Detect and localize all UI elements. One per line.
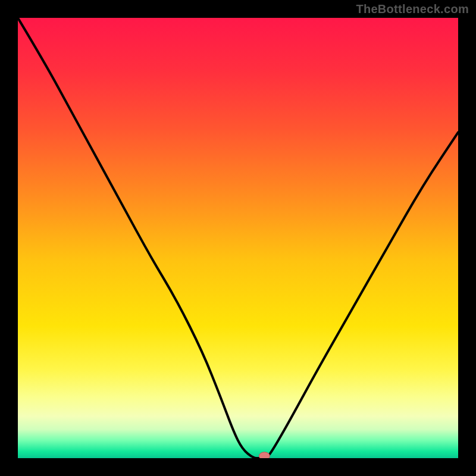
bottleneck-chart [0, 0, 476, 476]
watermark-text: TheBottleneck.com [356, 2, 469, 16]
minimum-marker [259, 452, 270, 460]
chart-frame: { "watermark": "TheBottleneck.com", "col… [0, 0, 476, 476]
